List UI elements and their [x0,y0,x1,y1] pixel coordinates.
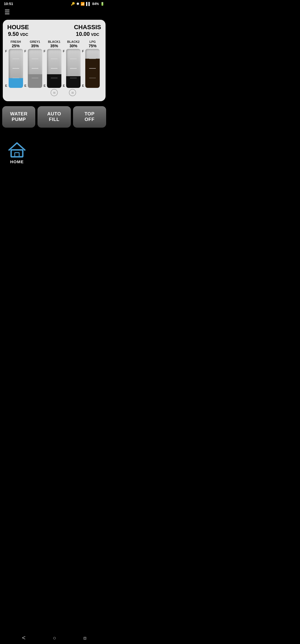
gauge-fill-fresh [9,78,23,88]
top-off-button[interactable]: TOPOFF [73,106,106,128]
gauge-pct-fresh: 25% [12,44,20,48]
house-label: HOUSE [7,24,29,31]
status-icons: 🔑 ✱ 📶 ▌▌ 84% 🔋 [71,2,104,6]
voltage-row: HOUSE 9.50 VDC CHASSIS 10.00 VDC [6,24,103,37]
gauge-e-fresh: E [5,84,7,87]
gauge-body-grey1 [28,49,42,88]
gauge-body-black2 [66,49,81,88]
gauge-wrapper-lpg: FE [85,49,100,88]
gauge-line [12,59,19,59]
gauge-line [32,68,38,69]
bluetooth-icon: ✱ [76,2,79,6]
house-voltage-block: HOUSE 9.50 VDC [7,24,29,37]
gauge-wrapper-grey1: FE [28,49,42,88]
battery-pct: 84% [92,2,99,6]
gauge-e-lpg: E [82,84,84,87]
gauge-e-black1: E [44,84,46,87]
auto-fill-button[interactable]: AUTOFILL [38,106,71,128]
menu-button[interactable]: ☰ [4,9,104,15]
chassis-value: 10.00 [76,31,90,37]
svg-text:≋: ≋ [53,91,56,95]
gauge-wrapper-black1: FE [47,49,61,88]
home-nav-area: HOME [0,130,108,170]
gauges-row: FRESH25%FEGREY135%FEBLACK135%FEBLACK230%… [6,40,103,88]
gauge-pct-black2: 30% [69,44,77,48]
gauge-body-lpg [85,49,100,88]
gauge-line [51,68,58,69]
svg-rect-4 [11,150,23,157]
gauge-fill-grey1 [28,74,42,88]
gauge-wrapper-black2: FE [66,49,81,88]
home-nav-button[interactable]: HOME [7,142,27,164]
gauge-pct-grey1: 35% [31,44,39,48]
gauge-pct-black1: 35% [50,44,58,48]
gauge-line [70,59,77,59]
gauge-col-black1: BLACK135%FE [46,40,62,88]
buttons-row: WATERPUMPAUTOFILLTOPOFF [0,103,108,130]
water-pump-button[interactable]: WATERPUMP [2,106,35,128]
gauge-name-black2: BLACK2 [67,40,80,43]
gauge-e-black2: E [63,84,65,87]
chassis-unit: VDC [91,32,99,37]
gauge-f-black1: F [44,49,46,53]
gauge-line [51,59,58,59]
gauge-name-grey1: GREY1 [30,40,40,43]
chassis-label: CHASSIS [74,24,101,31]
gauge-name-lpg: LPG [89,40,96,43]
gauge-col-grey1: GREY135%FE [27,40,43,88]
chassis-voltage-block: CHASSIS 10.00 VDC [74,24,101,37]
gauge-f-grey1: F [24,49,26,53]
black1-heat-icon: ≋ [46,89,62,97]
top-bar: ☰ [0,7,108,18]
wifi-icon: 📶 [81,2,85,6]
gauge-name-black1: BLACK1 [48,40,61,43]
house-value: 9.50 [8,31,19,37]
gauge-f-black2: F [63,49,65,53]
home-label: HOME [10,159,24,164]
gauge-line [12,68,19,69]
gauge-body-black1 [47,49,61,88]
gauge-name-fresh: FRESH [11,40,21,43]
main-panel: HOUSE 9.50 VDC CHASSIS 10.00 VDC FRESH25… [3,20,106,101]
heat-icons-row: ≋ ≋ [6,89,103,97]
gauge-fill-black2 [66,76,81,88]
gauge-fill-black1 [47,74,61,88]
status-time: 10:51 [4,2,13,6]
gauge-col-black2: BLACK230%FE [65,40,82,88]
gauge-body-fresh [9,49,23,88]
status-bar: 10:51 🔑 ✱ 📶 ▌▌ 84% 🔋 [0,0,108,7]
battery-icon: 🔋 [100,2,104,6]
svg-text:≋: ≋ [71,91,74,95]
gauge-line [32,59,38,59]
key-icon: 🔑 [71,2,75,6]
gauge-e-grey1: E [24,84,26,87]
gauge-f-lpg: F [82,49,84,53]
gauge-col-fresh: FRESH25%FE [8,40,24,88]
gauge-f-fresh: F [5,49,7,53]
gauge-line [70,68,77,69]
house-unit: VDC [20,32,28,37]
gauge-col-lpg: LPG75%FE [84,40,101,88]
gauge-fill-lpg [85,59,100,88]
gauge-wrapper-fresh: FE [9,49,23,88]
home-icon [7,142,27,158]
signal-icon: ▌▌ [86,2,91,6]
gauge-pct-lpg: 75% [89,44,96,48]
black2-heat-icon: ≋ [64,89,81,97]
